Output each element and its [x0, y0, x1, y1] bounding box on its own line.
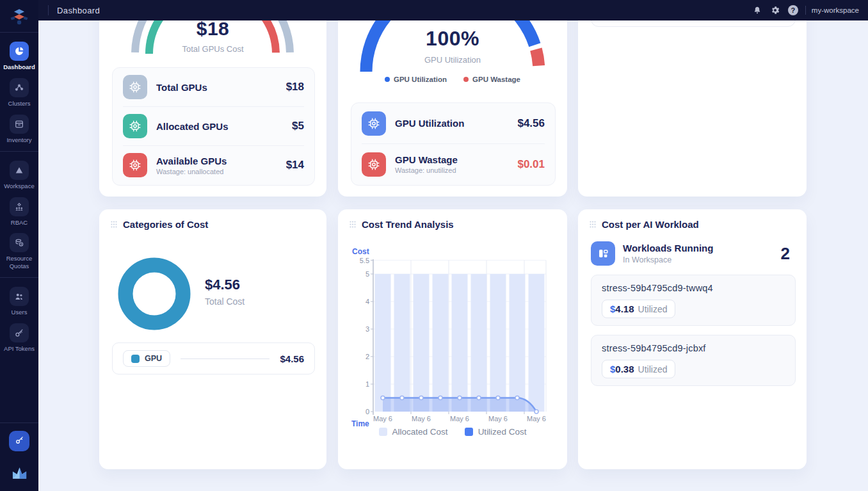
row-value: $18 — [286, 81, 304, 93]
workload-status: Utilized — [638, 304, 668, 314]
svg-text:5: 5 — [366, 270, 369, 278]
workload-item[interactable]: stress-59b4795cd9-jcbxf $ 0.38 Utilized — [591, 335, 796, 386]
workload-cost-pill: $ 0.38 Utilized — [602, 360, 675, 378]
svg-text:5.5: 5.5 — [360, 257, 369, 264]
workload-item[interactable]: stress-59b4795cd9-twwq4 $ 4.18 Utilized — [591, 275, 796, 326]
sidebar-item-clusters[interactable]: Clusters — [0, 78, 38, 108]
in-workspace-label: In Workspace — [623, 255, 713, 264]
svg-text:Cost: Cost — [352, 247, 369, 256]
cutoff-panel — [591, 20, 796, 27]
gpu-chip-icon — [362, 152, 386, 177]
row-value: $5 — [292, 120, 304, 133]
sidebar-item-label: API Tokens — [1, 345, 38, 353]
cost-trend-chart: 0123455.5May 6May 6May 6May 6May 6CostTi… — [350, 245, 561, 427]
sidebar-item-rbac[interactable]: RBAC — [0, 197, 38, 227]
legend-dot-icon — [385, 77, 390, 82]
dashboard-content: $18 Total GPUs Cost Total GPUs $18 Alloc… — [38, 20, 868, 491]
card-cost-trend-analysis: Cost Trend Analysis 0123455.5May 6May 6M… — [338, 209, 567, 469]
row-label: Total GPUs — [156, 82, 277, 93]
legend-item-gpu-wastage[interactable]: GPU Wastage — [463, 76, 520, 83]
card-gpu-utilization: 100% GPU Utilization GPU Utilization GPU… — [338, 20, 567, 197]
sidebar-item-label: Users — [1, 309, 38, 316]
app-logo[interactable] — [0, 0, 38, 32]
sidebar-item-dashboard[interactable]: Dashboard — [0, 42, 38, 71]
sidebar-item-resource-quotas[interactable]: Resource Quotas — [0, 233, 38, 270]
cost-categories-donut — [112, 252, 197, 336]
card-header: Categories of Cost — [99, 209, 326, 239]
card-title: Cost Trend Analysis — [362, 219, 454, 230]
list-item: Allocated GPUs $5 — [123, 107, 304, 145]
workloads-running-label: Workloads Running — [623, 243, 713, 254]
gpu-utilization-label: GPU Utilization — [338, 55, 567, 65]
archive-icon — [10, 115, 29, 134]
sidebar-nav-workspace: Workspace RBAC Resource Quotas — [0, 152, 38, 278]
drag-handle-icon[interactable] — [350, 221, 356, 228]
svg-text:May 6: May 6 — [412, 415, 431, 423]
key-icon — [10, 323, 29, 342]
legend-item-gpu-utilization[interactable]: GPU Utilization — [385, 76, 447, 83]
gpu-chip-icon — [123, 153, 147, 177]
sidebar-item-workspace[interactable]: Workspace — [0, 161, 38, 190]
sidebar-item-api-tokens[interactable]: API Tokens — [0, 323, 38, 353]
legend-dot-icon — [463, 77, 469, 82]
settings-gear-icon[interactable] — [768, 3, 783, 18]
key-icon — [14, 435, 25, 447]
legend-item-allocated-cost[interactable]: Allocated Cost — [379, 427, 448, 437]
workload-cost: 4.18 — [615, 303, 634, 314]
workspace-selector[interactable]: my-workspace — [812, 6, 859, 14]
gpu-utilization-value: 100% — [338, 27, 567, 51]
total-gpus-cost-value: $18 — [99, 20, 326, 40]
sidebar-item-users[interactable]: Users — [0, 287, 38, 316]
sidebar-item-label: Inventory — [1, 136, 38, 144]
workload-status: Utilized — [638, 364, 668, 374]
gpu-chip-icon — [123, 75, 147, 99]
workload-name: stress-59b4795cd9-jcbxf — [602, 343, 785, 353]
svg-text:May 6: May 6 — [373, 415, 392, 423]
sidebar-nav-main: Dashboard Clusters Inventory — [0, 33, 38, 151]
legend-label: GPU Utilization — [394, 76, 447, 83]
workload-cost-pill: $ 4.18 Utilized — [602, 300, 675, 318]
gpu-legend-pill[interactable]: GPU — [123, 350, 170, 367]
row-value: $0.01 — [517, 158, 545, 171]
legend-item-utilized-cost[interactable]: Utilized Cost — [465, 427, 527, 437]
workload-cost: 0.38 — [615, 364, 634, 374]
svg-text:4: 4 — [366, 298, 369, 305]
crown-logo-icon — [11, 465, 28, 482]
currency-symbol: $ — [610, 364, 615, 374]
network-icon — [10, 78, 29, 97]
admin-key-button[interactable] — [9, 431, 29, 451]
sidebar-nav-access: Users API Tokens — [0, 278, 38, 360]
legend-label: Utilized Cost — [478, 427, 527, 437]
divider — [805, 6, 806, 15]
drag-handle-icon[interactable] — [111, 221, 117, 228]
logo-icon — [8, 4, 31, 28]
drag-handle-icon[interactable] — [590, 221, 596, 228]
row-label: GPU Wastage — [395, 154, 508, 165]
card-header: Cost per AI Workload — [578, 209, 807, 239]
notifications-bell-icon[interactable] — [750, 3, 765, 18]
pie-chart-icon — [10, 42, 29, 61]
leader-line — [181, 358, 269, 359]
svg-text:0: 0 — [366, 408, 369, 415]
currency-symbol: $ — [610, 303, 615, 314]
legend-label: GPU — [145, 354, 162, 363]
trend-legend: Allocated Cost Utilized Cost — [338, 427, 567, 437]
card-cost-per-ai-workload: Cost per AI Workload Workloads Running I… — [578, 209, 807, 469]
svg-text:May 6: May 6 — [488, 415, 508, 423]
coins-icon — [10, 233, 29, 252]
workload-name: stress-59b4795cd9-twwq4 — [602, 283, 785, 293]
gpu-utilization-panel: GPU Utilization $4.56 GPU Wastage Wastag… — [351, 102, 556, 186]
row-label: GPU Utilization — [395, 118, 508, 129]
gpu-cost-breakdown-panel: Total GPUs $18 Allocated GPUs $5 — [112, 67, 315, 186]
legend-label: Allocated Cost — [392, 427, 448, 437]
sidebar-item-label: Workspace — [1, 182, 38, 190]
legend-swatch-icon — [465, 428, 473, 436]
help-icon[interactable]: ? — [788, 5, 798, 15]
sidebar-item-inventory[interactable]: Inventory — [0, 115, 38, 144]
total-cost-label: Total Cost — [205, 296, 245, 307]
gear-people-icon — [10, 197, 29, 216]
gpu-chip-icon — [123, 114, 147, 138]
row-sublabel: Wastage: unallocated — [156, 168, 277, 175]
total-gpus-cost-label: Total GPUs Cost — [99, 44, 326, 54]
list-item: GPU Wastage Wastage: unutilized $0.01 — [362, 144, 545, 184]
